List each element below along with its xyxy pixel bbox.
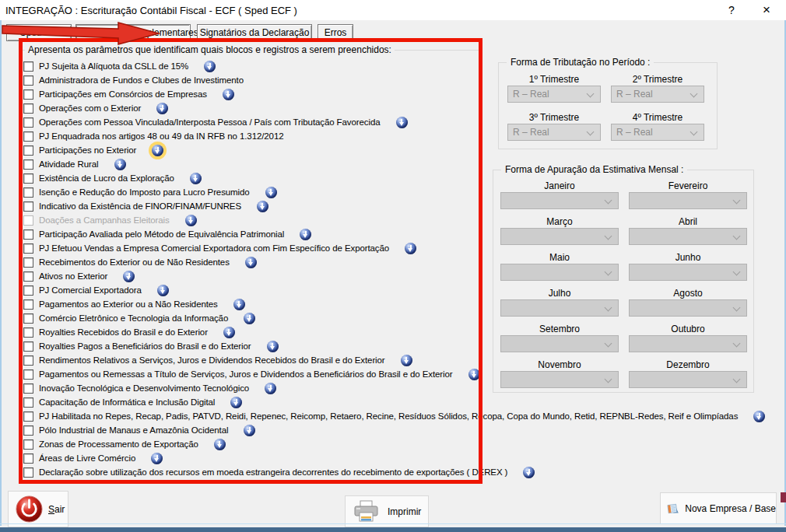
tab-parametros-complementares[interactable]: Parâmetros Complementares [75, 24, 191, 41]
info-globe-icon[interactable] [123, 271, 135, 282]
info-globe-icon[interactable] [114, 159, 126, 170]
checkbox[interactable] [23, 131, 33, 142]
checkbox[interactable] [23, 201, 33, 212]
checkbox[interactable] [23, 243, 33, 254]
sair-button[interactable]: Sair [8, 491, 68, 527]
checkbox[interactable] [23, 271, 33, 282]
checkbox[interactable] [23, 61, 33, 72]
chevron-down-icon [690, 128, 698, 136]
mes-setembro-dropdown[interactable] [500, 335, 619, 352]
imprimir-label: Imprimir [388, 506, 421, 517]
mes-julho-dropdown[interactable] [500, 299, 619, 317]
info-globe-icon[interactable] [214, 439, 226, 450]
info-globe-icon[interactable] [185, 215, 197, 226]
mes-dezembro-dropdown[interactable] [629, 371, 747, 388]
mes-maio-label: Maio [500, 252, 619, 264]
info-globe-icon[interactable] [265, 187, 277, 198]
mes-novembro-dropdown[interactable] [500, 371, 619, 388]
mes-outubro-dropdown[interactable] [629, 335, 747, 352]
checkbox[interactable] [23, 145, 33, 156]
close-icon[interactable]: × [753, 1, 780, 19]
checkbox[interactable] [23, 425, 33, 436]
checkbox[interactable] [23, 355, 33, 366]
trimestre-2-trimestre-label: 2º Trimestre [611, 74, 704, 86]
info-globe-icon[interactable] [468, 369, 480, 380]
help-button[interactable]: ? [720, 2, 743, 19]
tab-erros[interactable]: Erros [318, 24, 353, 41]
mes-outubro-field: Outubro [629, 324, 747, 352]
mes-novembro-label: Novembro [500, 359, 619, 371]
checklist-item-label: Indicativo da Existência de FINOR/FINAM/… [39, 201, 241, 211]
checkbox[interactable] [23, 369, 33, 380]
info-globe-icon[interactable] [396, 117, 408, 128]
info-globe-icon[interactable] [233, 299, 245, 310]
checklist-item-label: Administradora de Fundos e Clubes de Inv… [39, 75, 244, 85]
info-globe-icon[interactable] [401, 355, 412, 366]
mes-dezembro-label: Dezembro [629, 359, 747, 371]
checkbox[interactable] [23, 285, 33, 296]
info-globe-icon[interactable] [244, 313, 255, 324]
info-globe-icon[interactable] [223, 89, 234, 100]
mes-abril-field: Abril [629, 216, 747, 245]
checkbox[interactable] [23, 229, 33, 240]
info-globe-icon[interactable] [152, 145, 163, 156]
info-globe-icon[interactable] [190, 173, 202, 184]
trimestre-2-trimestre-dropdown[interactable]: R – Real [611, 86, 704, 103]
mes-agosto-field: Agosto [629, 288, 747, 317]
trimestre-4-trimestre-label: 4º Trimestre [611, 112, 704, 124]
checkbox[interactable] [23, 383, 33, 394]
info-globe-icon[interactable] [753, 411, 765, 422]
checkbox[interactable] [23, 397, 33, 408]
mes-abril-dropdown[interactable] [629, 228, 747, 245]
mes-marco-dropdown[interactable] [500, 228, 619, 245]
checkbox[interactable] [23, 89, 33, 100]
info-globe-icon[interactable] [151, 453, 163, 464]
checkbox[interactable] [23, 439, 33, 450]
mes-agosto-dropdown[interactable] [629, 299, 747, 317]
checkbox[interactable] [23, 411, 33, 422]
checkbox[interactable] [23, 187, 33, 198]
checkbox[interactable] [23, 103, 33, 114]
mes-junho-dropdown[interactable] [629, 264, 747, 281]
mes-janeiro-dropdown[interactable] [500, 192, 619, 209]
trimestre-3-trimestre-dropdown[interactable]: R – Real [507, 124, 601, 141]
checklist-item-label: PJ Efetuou Vendas a Empresa Comercial Ex… [39, 243, 389, 253]
info-globe-icon[interactable] [267, 341, 279, 352]
checkbox[interactable] [23, 257, 33, 268]
info-globe-icon[interactable] [230, 397, 242, 408]
mes-maio-dropdown[interactable] [500, 264, 619, 281]
checklist-item-label: PJ Enquadrada nos artigos 48 ou 49 da IN… [39, 131, 284, 141]
info-globe-icon[interactable] [157, 285, 169, 296]
trimestre-4-trimestre-dropdown[interactable]: R – Real [611, 124, 704, 141]
tab-sped-ecf[interactable]: Sped Ecf [6, 24, 72, 41]
info-globe-icon[interactable] [223, 327, 235, 338]
checkbox[interactable] [23, 327, 33, 338]
checkbox[interactable] [23, 173, 33, 184]
imprimir-button[interactable]: Imprimir [345, 495, 429, 527]
info-globe-icon[interactable] [300, 229, 311, 240]
info-globe-icon[interactable] [204, 61, 216, 72]
checkbox[interactable] [23, 453, 33, 464]
checkbox[interactable] [23, 467, 33, 478]
checklist-item: PJ Habilitada no Repes, Recap, Padis, PA… [23, 409, 782, 423]
trimestre-1-trimestre-dropdown[interactable]: R – Real [507, 86, 601, 103]
info-globe-icon[interactable] [265, 383, 276, 394]
checkbox[interactable] [23, 75, 33, 86]
info-globe-icon[interactable] [257, 201, 268, 212]
tab-signatarios-da-declaracao[interactable]: Signatários da Declaração [197, 24, 312, 41]
checkbox[interactable] [23, 341, 33, 352]
checkbox[interactable] [23, 313, 33, 324]
info-globe-icon[interactable] [244, 425, 255, 436]
info-globe-icon[interactable] [405, 243, 416, 254]
checkbox[interactable] [23, 159, 33, 170]
info-globe-icon[interactable] [156, 103, 168, 114]
info-globe-icon[interactable] [245, 257, 257, 268]
checkbox[interactable] [23, 117, 33, 128]
chevron-down-icon [733, 340, 741, 348]
nova-empresa-base-button[interactable]: Nova Empresa / Base [660, 492, 777, 524]
checklist-item-label: Comércio Eletrônico e Tecnologia da Info… [39, 313, 228, 323]
checkbox[interactable] [23, 299, 33, 310]
info-globe-icon[interactable] [523, 467, 535, 478]
mes-marco-label: Março [500, 216, 619, 228]
mes-fevereiro-dropdown[interactable] [629, 192, 747, 209]
